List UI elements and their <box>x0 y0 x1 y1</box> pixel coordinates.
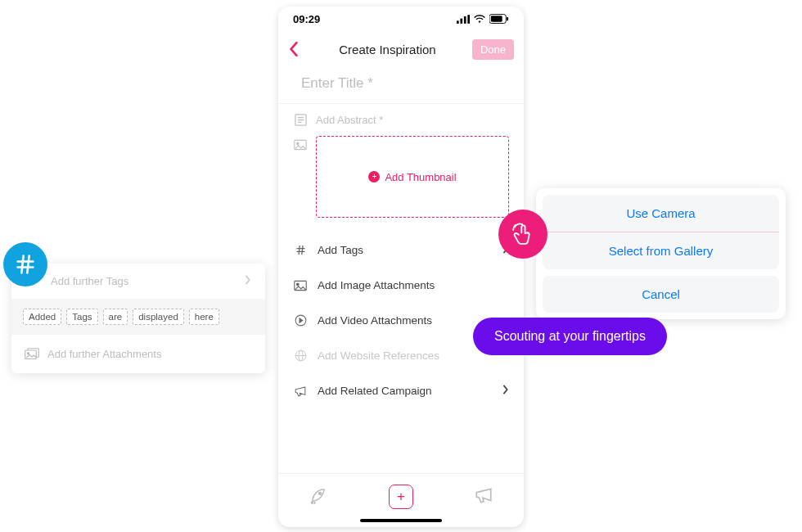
image-icon <box>25 346 39 362</box>
plus-circle-icon: + <box>368 171 380 183</box>
abstract-placeholder: Add Abstract * <box>316 114 383 126</box>
tag-chip[interactable]: are <box>103 309 128 325</box>
svg-point-19 <box>297 142 300 145</box>
option-label: Add Tags <box>318 244 363 256</box>
megaphone-icon <box>293 385 308 397</box>
svg-rect-12 <box>491 16 502 21</box>
tags-header-label: Add further Tags <box>51 275 128 287</box>
tag-chip[interactable]: Tags <box>66 309 97 325</box>
title-input[interactable]: Enter Title * <box>278 67 524 104</box>
option-label: Add Video Attachments <box>318 314 432 327</box>
form-content: Enter Title * Add Abstract * + Add Thumb… <box>278 67 524 473</box>
chevron-right-icon <box>502 385 509 397</box>
svg-line-23 <box>301 246 302 255</box>
add-thumbnail-button[interactable]: + Add Thumbnail <box>316 136 509 218</box>
tag-chip[interactable]: displayed <box>133 309 184 325</box>
bottom-nav: + <box>278 473 524 519</box>
select-gallery-option[interactable]: Select from Gallery <box>543 232 779 269</box>
tags-panel: Add further Tags Added Tags are displaye… <box>11 264 265 373</box>
touch-gesture-badge <box>498 210 547 259</box>
play-icon <box>293 314 308 327</box>
svg-rect-13 <box>507 17 508 21</box>
svg-line-3 <box>27 256 29 273</box>
svg-rect-7 <box>457 20 459 24</box>
image-icon <box>293 280 308 291</box>
tag-chips-container: Added Tags are displayed here <box>11 299 265 335</box>
use-camera-option[interactable]: Use Camera <box>543 195 779 232</box>
battery-icon <box>489 14 509 24</box>
add-attachments-label: Add further Attachments <box>47 348 161 360</box>
tag-chip[interactable]: Added <box>23 309 61 325</box>
status-bar: 09:29 <box>278 7 524 31</box>
tag-chip[interactable]: here <box>189 309 219 325</box>
status-time: 09:29 <box>293 13 320 25</box>
option-label: Add Related Campaign <box>318 385 432 397</box>
svg-rect-9 <box>464 16 466 23</box>
phone-frame: 09:29 Create Inspiration Done Enter Titl… <box>278 7 524 527</box>
thumbnail-label: Add Thumbnail <box>385 171 456 183</box>
document-icon <box>293 114 308 126</box>
globe-icon <box>293 349 308 362</box>
marketing-toast: Scouting at your fingertips <box>473 318 667 355</box>
tags-header-row[interactable]: Add further Tags <box>11 264 265 299</box>
rocket-icon[interactable] <box>309 485 328 508</box>
hashtag-badge <box>3 242 47 286</box>
add-tags-row[interactable]: Add Tags <box>278 232 524 268</box>
create-button[interactable]: + <box>389 485 413 509</box>
svg-line-2 <box>21 256 23 273</box>
megaphone-icon[interactable] <box>474 487 493 507</box>
signal-icon <box>457 15 470 24</box>
svg-point-6 <box>27 353 29 354</box>
svg-rect-10 <box>467 15 470 24</box>
home-indicator <box>360 519 442 522</box>
add-images-row[interactable]: Add Image Attachments <box>278 268 524 303</box>
option-label: Add Website References <box>318 349 439 362</box>
svg-line-22 <box>299 246 300 255</box>
thumbnail-action-sheet: Use Camera Select from Gallery Cancel <box>536 188 786 319</box>
svg-rect-8 <box>460 18 462 23</box>
hashtag-icon <box>293 244 308 256</box>
page-title: Create Inspiration <box>303 43 472 56</box>
add-campaign-row[interactable]: Add Related Campaign <box>278 373 524 408</box>
option-label: Add Image Attachments <box>318 279 435 291</box>
back-button[interactable] <box>288 42 303 56</box>
nav-bar: Create Inspiration Done <box>278 31 524 67</box>
svg-point-25 <box>297 283 300 286</box>
abstract-input[interactable]: Add Abstract * <box>278 104 524 136</box>
done-button[interactable]: Done <box>472 39 514 60</box>
image-icon <box>293 139 308 151</box>
wifi-icon <box>473 14 486 24</box>
cancel-option[interactable]: Cancel <box>543 276 779 313</box>
add-attachments-row[interactable]: Add further Attachments <box>11 335 265 373</box>
chevron-right-icon <box>244 275 252 287</box>
status-indicators <box>457 14 509 24</box>
svg-point-30 <box>319 492 322 494</box>
